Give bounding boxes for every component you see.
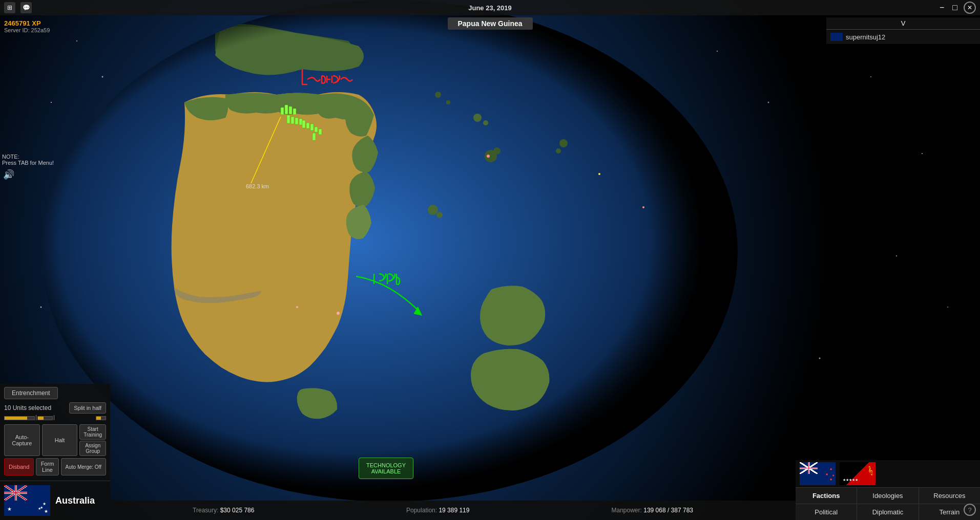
entrenchment-button[interactable]: Entrenchment — [4, 387, 58, 399]
resources-button[interactable]: Resources — [919, 488, 980, 504]
chat-icon[interactable]: 💬 — [20, 2, 32, 13]
png-flag: 𝄞 ★★★★★ — [840, 462, 875, 485]
bottom-left-panel: Entrenchment 10 Units selected Split in … — [0, 384, 110, 520]
note-text: NOTE: Press TAB for Menu! — [2, 154, 54, 166]
date-display: June 23, 2019 — [468, 4, 512, 12]
disband-button[interactable]: Disband — [4, 458, 34, 475]
player-flag — [830, 33, 843, 41]
flag-country-row: ★ ★ ★ ★ ★ Australia — [0, 481, 110, 520]
volume-icon[interactable]: 🔊 — [3, 169, 14, 180]
australia-flag: ★ ★ ★ ★ ★ — [4, 485, 50, 516]
halt-button[interactable]: Halt — [42, 424, 78, 456]
auto-merge-button[interactable]: Auto Merge: Off — [61, 458, 106, 475]
nz-flag: ★ ★ ★ ★ — [800, 462, 836, 485]
player-name: supernitsuj12 — [846, 33, 885, 41]
br-flags-row: ★ ★ ★ ★ 𝄞 ★★★★★ — [796, 460, 980, 488]
treasury-item: Treasury: $30 025 786 — [116, 507, 331, 514]
factions-button[interactable]: Factions — [796, 488, 857, 504]
action-buttons-row1: Auto-Capture Halt Start Training Assign … — [4, 424, 106, 456]
help-icon[interactable]: ? — [964, 504, 976, 516]
home-icon[interactable]: ⊞ — [4, 2, 15, 13]
units-selected-label: 10 Units selected — [4, 404, 51, 411]
br-nav-grid: Factions Ideologies Resources Political … — [796, 488, 980, 520]
progress-bar-2 — [37, 416, 53, 420]
progress-bar-3 — [96, 416, 106, 420]
training-group-btns: Start Training Assign Group — [79, 424, 106, 456]
player-panel: V supernitsuj12 — [826, 17, 980, 44]
population-item: Population: 19 389 119 — [331, 507, 546, 514]
progress-tick-2 — [54, 415, 54, 420]
xp-label: 2465791 XP — [4, 19, 50, 27]
country-name-label: Australia — [55, 495, 95, 506]
political-button[interactable]: Political — [796, 504, 857, 520]
ideologies-button[interactable]: Ideologies — [857, 488, 918, 504]
manpower-item: Manpower: 139 068 / 387 783 — [545, 507, 760, 514]
top-left-icons: ⊞ 💬 — [4, 2, 32, 13]
bottom-right-panel: ★ ★ ★ ★ 𝄞 ★★★★★ Factions Ideologies Reso… — [796, 460, 980, 520]
minimize-icon[interactable]: − — [937, 3, 946, 12]
xp-info: 2465791 XP Server ID: 252a59 — [0, 17, 54, 35]
country-banner[interactable]: Papua New Guinea — [447, 17, 532, 30]
progress-bar-row — [4, 416, 106, 420]
auto-capture-button[interactable]: Auto-Capture — [4, 424, 40, 456]
progress-bar-1 — [4, 416, 35, 420]
player-panel-title: V — [826, 17, 980, 30]
server-id: Server ID: 252a59 — [4, 27, 50, 33]
player-entry: supernitsuj12 — [826, 30, 980, 44]
unit-panel: Entrenchment 10 Units selected Split in … — [0, 384, 110, 481]
split-half-button[interactable]: Split in half — [69, 402, 106, 414]
maximize-icon[interactable]: □ — [950, 3, 960, 12]
start-training-button[interactable]: Start Training — [79, 424, 106, 440]
progress-bar-fill-2 — [38, 417, 44, 420]
progress-tick-1 — [36, 415, 36, 420]
units-row: 10 Units selected Split in half — [4, 402, 106, 414]
top-bar: ⊞ 💬 June 23, 2019 − □ ✕ — [0, 0, 980, 15]
progress-bar-fill-1 — [5, 417, 27, 420]
tech-popup: TECHNOLOGY AVAILABLE — [359, 458, 413, 479]
close-icon[interactable]: ✕ — [964, 2, 976, 14]
form-line-button[interactable]: Form Line — [36, 458, 58, 475]
top-right-area: − □ ✕ — [937, 2, 976, 14]
progress-bar-right — [96, 416, 106, 420]
diplomatic-button[interactable]: Diplomatic — [857, 504, 918, 520]
assign-group-button[interactable]: Assign Group — [79, 441, 106, 456]
action-buttons-row2: Disband Form Line Auto Merge: Off — [4, 458, 106, 475]
